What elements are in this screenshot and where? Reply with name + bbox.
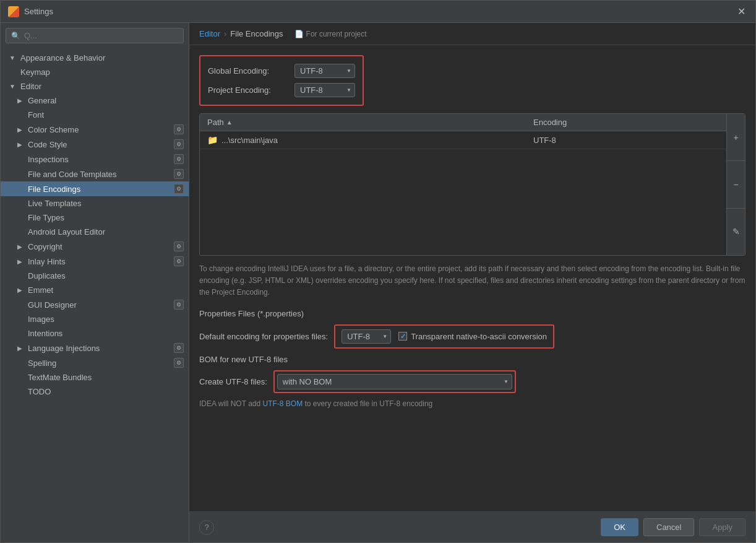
main-content: 🔍 ▼ Appearance & Behavior Keymap ▼ Edito… <box>1 23 755 542</box>
footer-buttons: OK Cancel Apply <box>601 518 745 536</box>
sidebar-item-todo[interactable]: TODO <box>1 384 189 399</box>
sidebar-item-label: File Types <box>28 213 64 222</box>
sidebar-item-language-injections[interactable]: ▶ Language Injections ⚙ <box>1 341 189 355</box>
sidebar-item-images[interactable]: Images <box>1 312 189 326</box>
bom-note-suffix: to every created file in UTF-8 encoding <box>303 399 432 408</box>
project-encoding-select[interactable]: UTF-8 UTF-16 ISO-8859-1 <box>294 83 355 97</box>
spacer-icon <box>15 315 24 324</box>
sidebar-item-font[interactable]: Font <box>1 108 189 122</box>
sidebar-item-spelling[interactable]: Spelling ⚙ <box>1 355 189 370</box>
col-path-header: Path ▲ <box>207 118 533 127</box>
breadcrumb-action: 📄 For current project <box>294 30 367 38</box>
sidebar-item-label: Intentions <box>28 329 62 338</box>
sidebar-item-emmet[interactable]: ▶ Emmet <box>1 283 189 297</box>
sidebar-item-label: Editor <box>20 82 41 91</box>
close-button[interactable]: ✕ <box>735 6 748 17</box>
ok-button[interactable]: OK <box>601 518 638 536</box>
props-encoding-select[interactable]: UTF-8 UTF-16 <box>341 329 391 344</box>
sidebar-item-file-code-templates[interactable]: File and Code Templates ⚙ <box>1 167 189 181</box>
bom-note-link[interactable]: UTF-8 BOM <box>262 399 303 408</box>
breadcrumb-action-label: For current project <box>306 30 367 38</box>
settings-badge: ⚙ <box>174 139 184 149</box>
properties-highlighted-box: UTF-8 UTF-16 Transparent native-to-ascii… <box>334 324 554 349</box>
expand-icon: ▶ <box>15 344 24 352</box>
transparent-checkbox[interactable] <box>398 332 407 341</box>
expand-icon: ▶ <box>15 125 24 134</box>
apply-button[interactable]: Apply <box>699 518 745 536</box>
sidebar-item-android-layout-editor[interactable]: Android Layout Editor <box>1 225 189 239</box>
transparent-label: Transparent native-to-ascii conversion <box>411 332 547 341</box>
global-encoding-row: Global Encoding: UTF-8 UTF-16 ISO-8859-1 <box>208 64 355 78</box>
sidebar-item-copyright[interactable]: ▶ Copyright ⚙ <box>1 239 189 254</box>
sidebar-item-editor[interactable]: ▼ Editor <box>1 79 189 93</box>
bom-note: IDEA will NOT add UTF-8 BOM to every cre… <box>199 399 745 408</box>
sidebar-item-file-types[interactable]: File Types <box>1 211 189 225</box>
sidebar-item-inlay-hints[interactable]: ▶ Inlay Hints ⚙ <box>1 254 189 269</box>
titlebar: Settings ✕ <box>1 1 755 23</box>
spacer-icon <box>15 358 24 367</box>
bom-section: BOM for new UTF-8 files Create UTF-8 fil… <box>199 355 745 408</box>
global-encoding-select[interactable]: UTF-8 UTF-16 ISO-8859-1 <box>294 64 355 78</box>
sidebar-item-label: Copyright <box>28 242 62 251</box>
sidebar-item-code-style[interactable]: ▶ Code Style ⚙ <box>1 137 189 152</box>
table-header: Path ▲ Encoding <box>200 114 726 131</box>
sidebar-item-intentions[interactable]: Intentions <box>1 326 189 341</box>
sidebar-item-gui-designer[interactable]: GUI Designer ⚙ <box>1 297 189 312</box>
sidebar-item-label: Images <box>28 315 54 324</box>
sidebar-item-general[interactable]: ▶ General <box>1 93 189 108</box>
help-button[interactable]: ? <box>199 520 214 535</box>
cancel-button[interactable]: Cancel <box>643 518 694 536</box>
spacer-icon <box>15 155 24 163</box>
col-encoding-header: Encoding <box>533 118 719 127</box>
properties-section: Properties Files (*.properties) Default … <box>199 309 745 349</box>
sidebar-item-label: TODO <box>28 387 51 396</box>
sidebar-item-label: Android Layout Editor <box>28 227 105 237</box>
search-input[interactable] <box>24 31 178 40</box>
expand-icon: ▶ <box>15 286 24 295</box>
sidebar-item-duplicates[interactable]: Duplicates <box>1 269 189 283</box>
table-row[interactable]: 📁 ...\src\main\java UTF-8 <box>200 131 726 149</box>
path-encoding-table: Path ▲ Encoding 📁 ...\src\main\java <box>199 113 745 256</box>
sidebar-item-inspections[interactable]: Inspections ⚙ <box>1 152 189 167</box>
sidebar-item-label: GUI Designer <box>28 300 77 310</box>
sidebar-item-label: Language Injections <box>28 344 100 353</box>
sidebar-item-label: Code Style <box>28 140 67 149</box>
bom-select-wrapper[interactable]: with NO BOM with BOM <box>277 374 512 389</box>
sidebar-item-label: Keymap <box>20 67 50 77</box>
sidebar-item-label: File and Code Templates <box>28 170 117 179</box>
sidebar-item-keymap[interactable]: Keymap <box>1 65 189 79</box>
sidebar-item-label: Inlay Hints <box>28 257 66 266</box>
edit-row-button[interactable]: ✎ <box>727 209 745 255</box>
sidebar-item-label: Spelling <box>28 358 56 368</box>
transparent-checkbox-row[interactable]: Transparent native-to-ascii conversion <box>398 332 547 341</box>
sidebar-item-label: Live Templates <box>28 199 81 208</box>
project-encoding-select-wrapper[interactable]: UTF-8 UTF-16 ISO-8859-1 <box>294 83 355 97</box>
global-encoding-select-wrapper[interactable]: UTF-8 UTF-16 ISO-8859-1 <box>294 64 355 78</box>
app-icon <box>8 6 19 17</box>
sort-icon[interactable]: ▲ <box>226 119 233 126</box>
sidebar-item-textmate-bundles[interactable]: TextMate Bundles <box>1 370 189 384</box>
project-encoding-row: Project Encoding: UTF-8 UTF-16 ISO-8859-… <box>208 83 355 97</box>
bom-dropdown-box: with NO BOM with BOM <box>273 370 516 393</box>
sidebar-item-live-templates[interactable]: Live Templates <box>1 196 189 211</box>
cell-encoding: UTF-8 <box>533 136 719 145</box>
remove-row-button[interactable]: − <box>727 161 745 208</box>
sidebar-item-label: File Encodings <box>28 185 80 194</box>
sidebar-item-file-encodings[interactable]: File Encodings ⚙ <box>1 181 189 196</box>
path-value: ...\src\main\java <box>221 136 278 145</box>
add-row-button[interactable]: + <box>727 114 745 161</box>
breadcrumb-parent[interactable]: Editor <box>199 29 220 38</box>
sidebar-item-appearance[interactable]: ▼ Appearance & Behavior <box>1 51 189 65</box>
cell-path: 📁 ...\src\main\java <box>207 135 533 145</box>
bom-select[interactable]: with NO BOM with BOM <box>277 374 512 389</box>
spacer-icon <box>15 272 24 280</box>
expand-icon: ▶ <box>15 242 24 251</box>
table-main: Path ▲ Encoding 📁 ...\src\main\java <box>200 114 726 255</box>
props-encoding-select-wrapper[interactable]: UTF-8 UTF-16 <box>341 329 391 344</box>
settings-badge: ⚙ <box>174 241 184 251</box>
spacer-icon <box>15 329 24 338</box>
sidebar-item-color-scheme[interactable]: ▶ Color Scheme ⚙ <box>1 122 189 137</box>
spacer-icon <box>15 388 24 396</box>
settings-badge: ⚙ <box>174 300 184 310</box>
search-box[interactable]: 🔍 <box>6 28 184 43</box>
